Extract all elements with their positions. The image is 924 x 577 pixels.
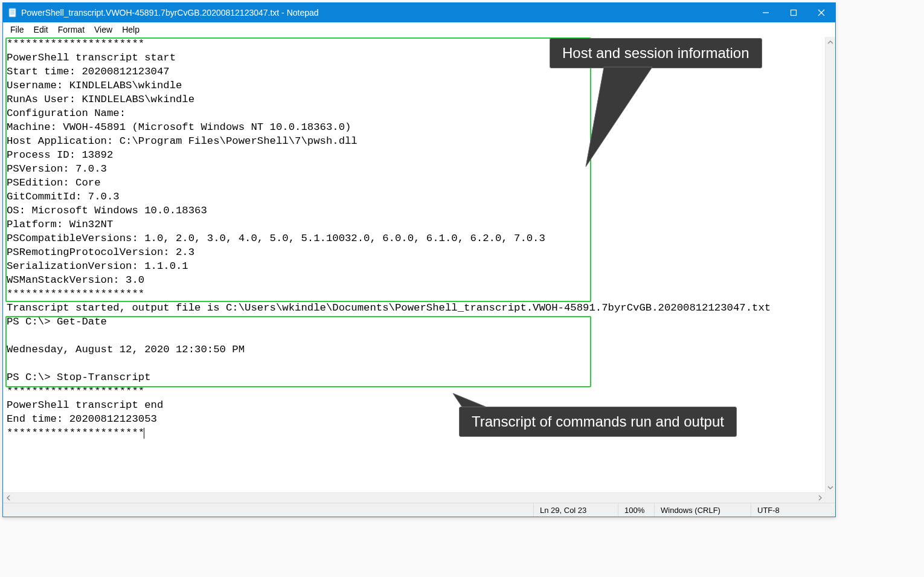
scrollbar-corner (825, 492, 835, 503)
scroll-up-icon[interactable] (826, 37, 835, 47)
status-cursor-position: Ln 29, Col 23 (533, 503, 618, 517)
menubar: File Edit Format View Help (3, 22, 835, 37)
notepad-icon (8, 8, 18, 18)
vertical-scrollbar[interactable] (825, 37, 835, 492)
minimize-button[interactable] (752, 3, 780, 22)
menu-help[interactable]: Help (117, 24, 144, 36)
svg-rect-0 (9, 8, 16, 17)
horizontal-scrollbar[interactable] (3, 492, 825, 503)
text-editor[interactable]: ********************** PowerShell transc… (3, 37, 825, 492)
status-zoom: 100% (618, 503, 654, 517)
menu-file[interactable]: File (5, 24, 29, 36)
scroll-left-icon[interactable] (3, 493, 13, 503)
window-title: PowerShell_transcript.VWOH-45891.7byrCvG… (21, 8, 752, 18)
editor-area: ********************** PowerShell transc… (3, 37, 835, 503)
scroll-right-icon[interactable] (815, 493, 825, 503)
window-controls (752, 3, 835, 22)
status-line-ending: Windows (CRLF) (654, 503, 751, 517)
status-encoding: UTF-8 (751, 503, 835, 517)
menu-edit[interactable]: Edit (29, 24, 53, 36)
scroll-down-icon[interactable] (826, 482, 835, 492)
notepad-window: PowerShell_transcript.VWOH-45891.7byrCvG… (2, 2, 836, 517)
scroll-track[interactable] (13, 493, 815, 503)
scroll-track[interactable] (826, 47, 835, 482)
menu-view[interactable]: View (89, 24, 117, 36)
statusbar: Ln 29, Col 23 100% Windows (CRLF) UTF-8 (3, 503, 835, 517)
menu-format[interactable]: Format (53, 24, 89, 36)
svg-rect-5 (791, 10, 797, 16)
maximize-button[interactable] (780, 3, 807, 22)
titlebar[interactable]: PowerShell_transcript.VWOH-45891.7byrCvG… (3, 3, 835, 22)
close-button[interactable] (807, 3, 835, 22)
